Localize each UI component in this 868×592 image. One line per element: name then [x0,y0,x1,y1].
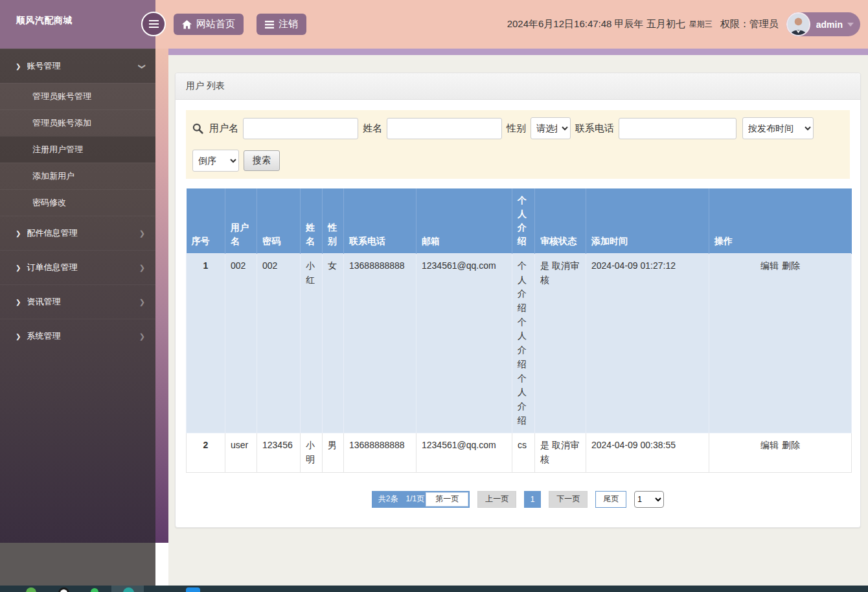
sidebar-item-label: 添加新用户 [32,170,74,182]
table-cell-password: 002 [257,254,301,433]
table-cell-phone: 13688888888 [344,433,417,472]
main-content: 用户 列表 用户名 姓名 性别 请选择 联系电话 按发布时间 [168,55,868,586]
page-info-label: 1/1页 [406,494,425,505]
chevron-right-icon: ❯ [16,230,21,237]
sidebar-item-label: 配件信息管理 [27,227,77,239]
name-filter-input[interactable] [387,118,502,139]
chevron-right-icon: ❯ [16,63,21,70]
sidebar-sub-item[interactable]: 密码修改 [0,189,155,216]
table-cell-name: 小红 [301,254,323,433]
avatar [786,12,810,36]
logout-button[interactable]: 注销 [257,14,306,35]
table-cell-email: 1234561@qq.com [417,254,512,433]
sidebar-parent-item[interactable]: ❯订单信息管理❯ [0,250,155,284]
username-filter-input[interactable] [243,118,358,139]
chevron-right-icon: ❯ [139,229,145,238]
os-taskbar[interactable] [0,586,868,592]
chevron-down-icon: ❯ [138,63,146,69]
delete-link[interactable]: 删除 [782,440,800,450]
user-list-panel: 用户 列表 用户名 姓名 性别 请选择 联系电话 按发布时间 [175,73,861,528]
weekday-text: 星期三 [689,19,713,30]
time-sort-select[interactable]: 按发布时间 [742,117,814,139]
sidebar-toggle-button[interactable] [141,12,166,36]
current-page-button[interactable]: 1 [524,491,541,508]
taskbar-app-icon[interactable] [26,587,36,592]
sidebar-parent-item[interactable]: ❯账号管理❯ [0,49,155,83]
hamburger-icon [149,23,159,25]
username-filter-label: 用户名 [209,122,238,135]
name-filter-label: 姓名 [363,122,382,135]
sidebar-sub-item[interactable]: 添加新用户 [0,163,155,189]
delete-link[interactable]: 删除 [782,260,800,271]
header-accent-strip [168,49,868,55]
site-home-label: 网站首页 [196,18,235,30]
sidebar-item-label: 注册用户管理 [32,144,83,155]
table-cell-added-time: 2024-04-09 00:38:55 [586,433,709,472]
table-cell-no: 2 [187,433,225,472]
site-home-button[interactable]: 网站首页 [174,14,244,35]
users-table-head: 序号用户名密码姓名性别联系电话邮箱个人介绍审核状态添加时间操作 [187,188,852,254]
phone-filter-label: 联系电话 [575,122,614,135]
chevron-right-icon: ❯ [16,333,21,340]
permission-text: 权限：管理员 [720,18,779,30]
table-cell-username: user [225,433,257,472]
user-menu[interactable]: admin [786,12,860,36]
edit-link[interactable]: 编辑 [760,440,779,450]
taskbar-app-icon[interactable] [186,587,200,592]
sidebar-item-label: 管理员账号管理 [32,91,91,102]
phone-filter-input[interactable] [619,118,737,139]
table-column-header: 姓名 [301,188,323,254]
table-cell-intro: 个人介绍个人介绍个人介绍 [512,254,535,433]
sidebar-parent-item[interactable]: ❯资讯管理❯ [0,284,155,319]
sidebar-sub-item[interactable]: 管理员账号添加 [0,109,155,136]
prev-page-button[interactable]: 上一页 [477,491,516,508]
chevron-down-icon [847,23,854,27]
table-column-header: 性别 [323,188,344,254]
sidebar-item-label: 资讯管理 [27,296,60,308]
table-cell-intro: cs [512,433,535,472]
table-cell-password: 123456 [257,433,301,472]
sidebar-sub-item[interactable]: 注册用户管理 [0,136,155,163]
page-number-select[interactable]: 1 [634,491,664,508]
panel-title: 用户 列表 [176,73,860,100]
table-column-header: 序号 [187,188,225,254]
sidebar-parent-item[interactable]: ❯系统管理❯ [0,319,155,353]
taskbar-app-icon[interactable] [58,587,69,592]
table-column-header: 用户名 [225,188,257,254]
table-cell-audit: 是 取消审核 [535,254,586,433]
table-row: 1002002小红女136888888881234561@qq.com个人介绍个… [187,254,852,433]
table-cell-operations: 编辑删除 [709,433,852,472]
topbar: 网站首页 注销 2024年6月12日16:47:48 甲辰年 五月初七 星期三 … [155,0,868,49]
sidebar-parent-item[interactable]: ❯配件信息管理❯ [0,216,155,250]
table-cell-email: 1234561@qq.com [417,433,512,472]
chevron-right-icon: ❯ [139,332,145,341]
chevron-right-icon: ❯ [16,264,21,271]
chevron-right-icon: ❯ [16,299,21,306]
sidebar-sub-item[interactable]: 管理员账号管理 [0,83,155,109]
table-cell-gender: 女 [323,254,344,433]
table-column-header: 联系电话 [344,188,417,254]
users-table-body: 1002002小红女136888888881234561@qq.com个人介绍个… [187,254,852,473]
gender-select[interactable]: 请选择 [531,117,571,139]
table-column-header: 个人介绍 [512,188,535,254]
next-page-button[interactable]: 下一页 [549,491,588,508]
first-page-button[interactable]: 第一页 [426,492,468,507]
last-page-button[interactable]: 尾页 [595,491,626,508]
edit-link[interactable]: 编辑 [760,260,779,271]
total-count-label: 共2条 [378,494,398,505]
chevron-right-icon: ❯ [139,298,145,306]
table-cell-audit: 是 取消审核 [535,433,586,472]
sidebar-menu: ❯账号管理❯管理员账号管理管理员账号添加注册用户管理添加新用户密码修改❯配件信息… [0,49,155,543]
home-icon [182,20,192,29]
sidebar-item-label: 订单信息管理 [27,262,77,273]
table-cell-added-time: 2024-04-09 01:27:12 [586,254,709,433]
gender-filter-label: 性别 [507,122,526,135]
audit-status-label: 是 [540,440,552,450]
search-button[interactable]: 搜索 [244,150,280,171]
table-column-header: 添加时间 [586,188,709,254]
table-column-header: 邮箱 [417,188,512,254]
order-select[interactable]: 倒序 [192,150,239,172]
taskbar-app-icon[interactable] [91,588,98,592]
pagination: 共2条 1/1页 第一页 上一页 1 下一页 尾页 1 [186,491,850,508]
table-cell-phone: 13688888888 [344,254,417,433]
